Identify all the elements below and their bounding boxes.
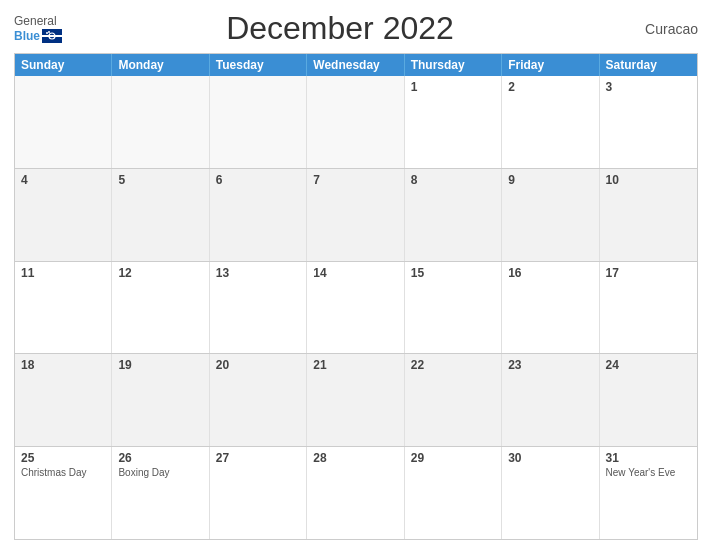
day-cell-w3-d4: 14 (307, 262, 404, 354)
day-number: 6 (216, 173, 300, 187)
week-1: 123 (15, 76, 697, 168)
logo-blue: Blue (14, 29, 40, 43)
day-cell-w2-d5: 8 (405, 169, 502, 261)
day-number: 20 (216, 358, 300, 372)
week-2: 45678910 (15, 168, 697, 261)
day-number: 19 (118, 358, 202, 372)
day-cell-w5-d7: 31New Year's Eve (600, 447, 697, 539)
day-number: 29 (411, 451, 495, 465)
col-wednesday: Wednesday (307, 54, 404, 76)
day-cell-w1-d5: 1 (405, 76, 502, 168)
day-cell-w1-d3 (210, 76, 307, 168)
day-number: 22 (411, 358, 495, 372)
day-cell-w3-d3: 13 (210, 262, 307, 354)
day-cell-w2-d2: 5 (112, 169, 209, 261)
day-cell-w1-d7: 3 (600, 76, 697, 168)
logo-flag-icon (42, 29, 62, 43)
column-headers: Sunday Monday Tuesday Wednesday Thursday… (15, 54, 697, 76)
day-cell-w1-d1 (15, 76, 112, 168)
day-number: 18 (21, 358, 105, 372)
day-cell-w5-d3: 27 (210, 447, 307, 539)
day-cell-w4-d1: 18 (15, 354, 112, 446)
day-cell-w2-d4: 7 (307, 169, 404, 261)
day-number: 5 (118, 173, 202, 187)
col-thursday: Thursday (405, 54, 502, 76)
day-number: 13 (216, 266, 300, 280)
col-sunday: Sunday (15, 54, 112, 76)
day-number: 25 (21, 451, 105, 465)
svg-point-3 (46, 32, 48, 34)
day-number: 8 (411, 173, 495, 187)
day-number: 3 (606, 80, 691, 94)
svg-point-4 (48, 31, 50, 33)
col-friday: Friday (502, 54, 599, 76)
weeks-container: 1234567891011121314151617181920212223242… (15, 76, 697, 539)
day-cell-w5-d5: 29 (405, 447, 502, 539)
day-cell-w3-d7: 17 (600, 262, 697, 354)
day-number: 28 (313, 451, 397, 465)
day-cell-w2-d1: 4 (15, 169, 112, 261)
day-number: 7 (313, 173, 397, 187)
logo: General Blue (14, 14, 62, 43)
day-cell-w3-d5: 15 (405, 262, 502, 354)
day-cell-w4-d2: 19 (112, 354, 209, 446)
day-cell-w3-d1: 11 (15, 262, 112, 354)
day-number: 1 (411, 80, 495, 94)
day-number: 21 (313, 358, 397, 372)
day-number: 31 (606, 451, 691, 465)
day-number: 11 (21, 266, 105, 280)
day-number: 9 (508, 173, 592, 187)
week-3: 11121314151617 (15, 261, 697, 354)
day-number: 10 (606, 173, 691, 187)
day-number: 17 (606, 266, 691, 280)
day-number: 15 (411, 266, 495, 280)
day-number: 4 (21, 173, 105, 187)
day-number: 16 (508, 266, 592, 280)
day-number: 24 (606, 358, 691, 372)
day-event: Boxing Day (118, 467, 202, 479)
day-cell-w4-d5: 22 (405, 354, 502, 446)
col-saturday: Saturday (600, 54, 697, 76)
day-number: 30 (508, 451, 592, 465)
day-cell-w5-d1: 25Christmas Day (15, 447, 112, 539)
day-cell-w4-d4: 21 (307, 354, 404, 446)
calendar-grid: Sunday Monday Tuesday Wednesday Thursday… (14, 53, 698, 540)
day-cell-w2-d6: 9 (502, 169, 599, 261)
day-cell-w1-d4 (307, 76, 404, 168)
logo-general: General (14, 14, 57, 28)
day-event: Christmas Day (21, 467, 105, 479)
day-number: 26 (118, 451, 202, 465)
week-5: 25Christmas Day26Boxing Day2728293031New… (15, 446, 697, 539)
day-cell-w5-d4: 28 (307, 447, 404, 539)
day-number: 27 (216, 451, 300, 465)
day-number: 12 (118, 266, 202, 280)
day-cell-w1-d6: 2 (502, 76, 599, 168)
day-number: 23 (508, 358, 592, 372)
day-cell-w2-d7: 10 (600, 169, 697, 261)
col-monday: Monday (112, 54, 209, 76)
day-cell-w3-d2: 12 (112, 262, 209, 354)
day-number: 2 (508, 80, 592, 94)
region-label: Curacao (618, 21, 698, 37)
day-cell-w5-d6: 30 (502, 447, 599, 539)
day-cell-w4-d6: 23 (502, 354, 599, 446)
day-cell-w3-d6: 16 (502, 262, 599, 354)
header: General Blue December 2022 Curacao (14, 10, 698, 47)
day-cell-w1-d2 (112, 76, 209, 168)
day-event: New Year's Eve (606, 467, 691, 479)
day-cell-w4-d3: 20 (210, 354, 307, 446)
calendar-title: December 2022 (62, 10, 618, 47)
col-tuesday: Tuesday (210, 54, 307, 76)
day-cell-w5-d2: 26Boxing Day (112, 447, 209, 539)
day-cell-w2-d3: 6 (210, 169, 307, 261)
calendar-page: General Blue December 2022 Curacao S (0, 0, 712, 550)
day-number: 14 (313, 266, 397, 280)
week-4: 18192021222324 (15, 353, 697, 446)
day-cell-w4-d7: 24 (600, 354, 697, 446)
